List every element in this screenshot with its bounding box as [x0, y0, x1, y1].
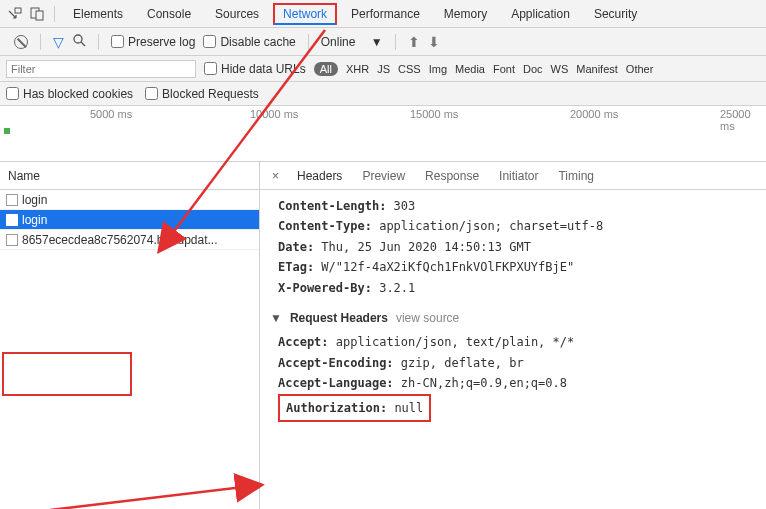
hdr-val: application/json; charset=utf-8: [379, 219, 603, 233]
filter-type-xhr[interactable]: XHR: [346, 63, 369, 75]
hdr-val: gzip, deflate, br: [401, 356, 524, 370]
timeline-tick: 10000 ms: [250, 108, 298, 120]
details-tab-preview[interactable]: Preview: [352, 165, 415, 187]
filter-type-img[interactable]: Img: [429, 63, 447, 75]
filter-bar: Hide data URLs All XHR JS CSS Img Media …: [0, 56, 766, 82]
section-name: Request Headers: [290, 308, 388, 328]
tab-console[interactable]: Console: [137, 3, 201, 25]
tab-memory[interactable]: Memory: [434, 3, 497, 25]
filter-type-media[interactable]: Media: [455, 63, 485, 75]
hdr-key: ETag:: [278, 260, 314, 274]
hide-data-urls-checkbox[interactable]: Hide data URLs: [204, 62, 306, 76]
network-toolbar: ▽ Preserve log Disable cache Online ▼ ⬆ …: [0, 28, 766, 56]
inspect-icon[interactable]: [6, 5, 24, 23]
details-tab-initiator[interactable]: Initiator: [489, 165, 548, 187]
headers-body: Content-Length: 303 Content-Type: applic…: [260, 190, 766, 432]
request-name: 8657ececdea8c7562074.hot-updat...: [22, 233, 218, 247]
svg-rect-0: [15, 8, 21, 13]
hdr-val: W/"12f-4aX2iKfQch1FnkVOlFKPXUYfBjE": [321, 260, 574, 274]
hdr-key: Accept-Language:: [278, 376, 394, 390]
details-tabs: × Headers Preview Response Initiator Tim…: [260, 162, 766, 190]
details-tab-timing[interactable]: Timing: [548, 165, 604, 187]
hdr-val: 3.2.1: [379, 281, 415, 295]
search-icon[interactable]: [72, 33, 86, 50]
filter-icon[interactable]: ▽: [53, 34, 64, 50]
filter-type-font[interactable]: Font: [493, 63, 515, 75]
details-tab-headers[interactable]: Headers: [287, 165, 352, 187]
hdr-key: X-Powered-By:: [278, 281, 372, 295]
svg-line-4: [81, 42, 85, 46]
filter-type-other[interactable]: Other: [626, 63, 654, 75]
hdr-val: zh-CN,zh;q=0.9,en;q=0.8: [401, 376, 567, 390]
devtools-main-tabs: Elements Console Sources Network Perform…: [0, 0, 766, 28]
svg-point-3: [74, 35, 82, 43]
chevron-down-icon: ▼: [270, 308, 282, 328]
device-toggle-icon[interactable]: [28, 5, 46, 23]
close-icon[interactable]: ×: [264, 169, 287, 183]
request-row-hot-update[interactable]: 8657ececdea8c7562074.hot-updat...: [0, 230, 259, 250]
document-icon: [6, 214, 18, 226]
hdr-key: Content-Type:: [278, 219, 372, 233]
filter-type-all[interactable]: All: [314, 62, 338, 76]
timeline-bar: [4, 128, 10, 134]
filter-type-ws[interactable]: WS: [551, 63, 569, 75]
tab-sources[interactable]: Sources: [205, 3, 269, 25]
request-details: × Headers Preview Response Initiator Tim…: [260, 162, 766, 509]
request-headers-section[interactable]: ▼ Request Headers view source: [270, 308, 756, 328]
hdr-key: Authorization:: [286, 401, 387, 415]
hdr-val: null: [394, 401, 423, 415]
hdr-key: Date:: [278, 240, 314, 254]
clear-icon[interactable]: [14, 35, 28, 49]
preserve-log-checkbox[interactable]: Preserve log: [111, 35, 195, 49]
details-tab-response[interactable]: Response: [415, 165, 489, 187]
timeline-tick: 20000 ms: [570, 108, 618, 120]
tab-security[interactable]: Security: [584, 3, 647, 25]
timeline-tick: 5000 ms: [90, 108, 132, 120]
name-column-header[interactable]: Name: [0, 162, 259, 190]
disable-cache-label: Disable cache: [220, 35, 295, 49]
filter-type-css[interactable]: CSS: [398, 63, 421, 75]
filter-type-js[interactable]: JS: [377, 63, 390, 75]
hdr-val: application/json, text/plain, */*: [336, 335, 574, 349]
download-har-icon[interactable]: ⬇: [428, 34, 440, 50]
filter-type-doc[interactable]: Doc: [523, 63, 543, 75]
timeline-tick: 25000 ms: [720, 108, 766, 132]
request-list: Name login login 8657ececdea8c7562074.ho…: [0, 162, 260, 509]
tab-network[interactable]: Network: [273, 3, 337, 25]
hdr-key: Accept:: [278, 335, 329, 349]
preserve-log-label: Preserve log: [128, 35, 195, 49]
tab-elements[interactable]: Elements: [63, 3, 133, 25]
request-name: login: [22, 193, 47, 207]
request-row-login-2[interactable]: login: [0, 210, 259, 230]
hdr-key: Content-Length:: [278, 199, 386, 213]
hdr-key: Accept-Encoding:: [278, 356, 394, 370]
blocked-cookies-checkbox[interactable]: Has blocked cookies: [6, 87, 133, 101]
document-icon: [6, 194, 18, 206]
hdr-val: Thu, 25 Jun 2020 14:50:13 GMT: [321, 240, 531, 254]
request-row-login-1[interactable]: login: [0, 190, 259, 210]
upload-har-icon[interactable]: ⬆: [408, 34, 420, 50]
document-icon: [6, 234, 18, 246]
tab-application[interactable]: Application: [501, 3, 580, 25]
authorization-header: Authorization: null: [278, 394, 431, 422]
throttling-select[interactable]: Online ▼: [321, 35, 383, 49]
timeline-overview[interactable]: 5000 ms 10000 ms 15000 ms 20000 ms 25000…: [0, 106, 766, 162]
disable-cache-checkbox[interactable]: Disable cache: [203, 35, 295, 49]
timeline-tick: 15000 ms: [410, 108, 458, 120]
request-name: login: [22, 213, 47, 227]
filter-type-manifest[interactable]: Manifest: [576, 63, 618, 75]
filter-input[interactable]: [6, 60, 196, 78]
blocked-requests-checkbox[interactable]: Blocked Requests: [145, 87, 259, 101]
hdr-val: 303: [394, 199, 416, 213]
view-source-link[interactable]: view source: [396, 308, 459, 328]
tab-performance[interactable]: Performance: [341, 3, 430, 25]
svg-rect-2: [36, 11, 43, 20]
filter-bar-2: Has blocked cookies Blocked Requests: [0, 82, 766, 106]
